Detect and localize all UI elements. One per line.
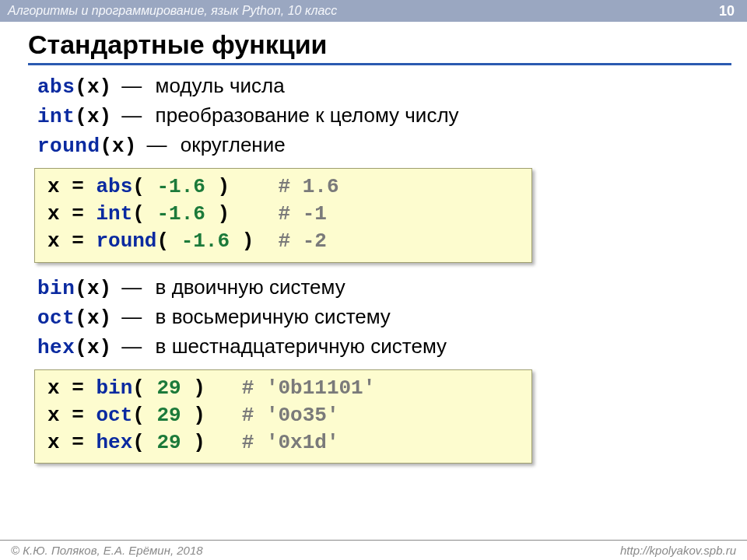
breadcrumb: Алгоритмы и программирование, язык Pytho… [8, 4, 337, 18]
func-name: bin [37, 277, 75, 300]
page-title: Стандартные функции [28, 30, 731, 65]
func-arg: (x) [75, 105, 111, 128]
func-name: hex [37, 336, 75, 359]
func-arg: (x) [75, 336, 111, 359]
func-name: oct [37, 306, 75, 330]
code-line: x = hex( 29 ) # '0x1d' [47, 429, 519, 457]
def-row: hex(x) — в шестнадцатеричную систему [37, 333, 728, 362]
dash: — [147, 133, 167, 156]
func-arg: (x) [75, 75, 111, 99]
func-arg: (x) [100, 135, 137, 158]
func-name: int [37, 105, 75, 128]
code-line: x = bin( 29 ) # '0b11101' [47, 375, 519, 402]
func-name: round [37, 135, 100, 158]
func-desc: преобразование к целому числу [156, 103, 459, 127]
func-desc: модуль числа [156, 74, 285, 97]
def-row: int(x) — преобразование к целому числу [37, 102, 728, 131]
dash: — [121, 305, 142, 328]
def-row: abs(x) — модуль числа [37, 72, 728, 101]
func-desc: в двоичную систему [156, 275, 345, 299]
header-bar: Алгоритмы и программирование, язык Pytho… [0, 0, 747, 22]
code-line: x = int( -1.6 ) # -1 [47, 201, 519, 228]
copyright: © К.Ю. Поляков, Е.А. Ерёмин, 2018 [11, 544, 203, 557]
func-desc: округление [181, 133, 286, 156]
func-name: abs [37, 75, 75, 99]
content: abs(x) — модуль числа int(x) — преобразо… [0, 65, 747, 464]
def-row: bin(x) — в двоичную систему [37, 274, 728, 303]
code-line: x = oct( 29 ) # '0o35' [47, 402, 519, 429]
func-arg: (x) [75, 277, 111, 300]
dash: — [121, 103, 142, 127]
dash: — [121, 275, 142, 299]
code-line: x = round( -1.6 ) # -2 [47, 228, 519, 255]
dash: — [121, 74, 142, 97]
code-block-2: x = bin( 29 ) # '0b11101' x = oct( 29 ) … [34, 369, 532, 464]
footer: © К.Ю. Поляков, Е.А. Ерёмин, 2018 http:/… [0, 540, 747, 560]
page-number: 10 [719, 3, 735, 19]
dash: — [121, 334, 142, 358]
source-url: http://kpolyakov.spb.ru [620, 544, 736, 557]
code-block-1: x = abs( -1.6 ) # 1.6 x = int( -1.6 ) # … [34, 168, 532, 262]
def-row: oct(x) — в восьмеричную систему [37, 303, 728, 332]
def-row: round(x) — округление [37, 131, 728, 160]
func-desc: в шестнадцатеричную систему [156, 334, 447, 358]
func-arg: (x) [75, 306, 111, 330]
code-line: x = abs( -1.6 ) # 1.6 [47, 173, 519, 201]
func-desc: в восьмеричную систему [156, 305, 391, 328]
